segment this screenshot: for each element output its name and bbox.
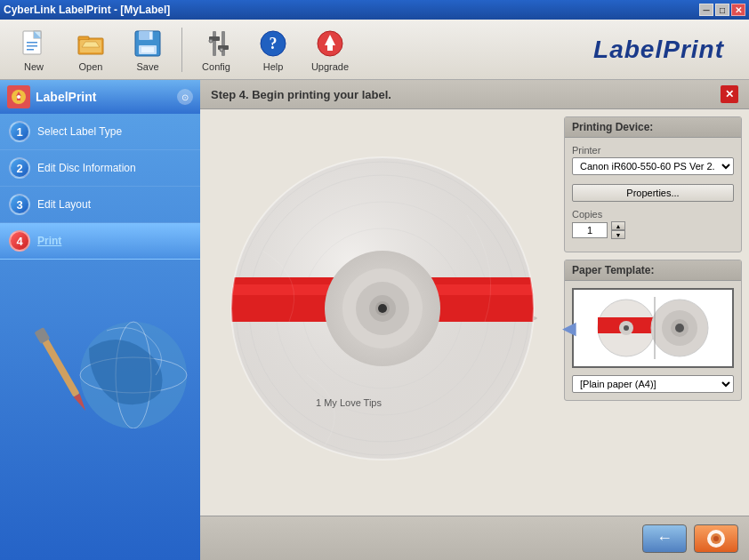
- toolbar-divider-1: [181, 28, 182, 72]
- step1-label: Select Label Type: [37, 125, 122, 138]
- svg-rect-18: [209, 39, 213, 43]
- step-header: Step 4. Begin printing your label. ✕: [200, 80, 749, 109]
- sidebar-item-step3[interactable]: 3 Edit Layout: [0, 187, 200, 223]
- help-label: Help: [263, 61, 284, 72]
- copies-increment[interactable]: ▲: [611, 221, 625, 230]
- template-arrow-icon: ◄: [558, 315, 581, 342]
- step3-circle: 3: [9, 194, 30, 215]
- sidebar-logo-icon: [7, 85, 30, 108]
- content-area: Step 4. Begin printing your label. ✕: [200, 80, 749, 560]
- minimize-button[interactable]: ─: [699, 4, 713, 16]
- disc-preview: 1 My Love Tips: [207, 116, 557, 508]
- printing-device-section: Printing Device: Printer Canon iR600-550…: [564, 116, 742, 252]
- copies-input-row: ▲ ▼: [572, 221, 734, 239]
- step-header-icon: ✕: [721, 85, 738, 103]
- open-button[interactable]: Open: [64, 24, 117, 76]
- svg-point-57: [624, 325, 629, 331]
- open-label: Open: [79, 61, 103, 72]
- sidebar-header-left: LabelPrint: [7, 85, 96, 108]
- title-bar-buttons: ─ □ ✕: [699, 4, 745, 16]
- new-button[interactable]: New: [7, 24, 60, 76]
- disc-svg: 1 My Love Tips: [218, 144, 547, 482]
- upgrade-button[interactable]: Upgrade: [303, 24, 357, 76]
- svg-text:?: ?: [270, 35, 278, 52]
- properties-button[interactable]: Properties...: [572, 184, 734, 202]
- save-icon: [132, 28, 164, 60]
- open-icon: [75, 28, 107, 60]
- step2-label: Edit Disc Information: [37, 162, 136, 174]
- right-panel: Printing Device: Printer Canon iR600-550…: [564, 116, 742, 508]
- upgrade-label: Upgrade: [311, 61, 349, 72]
- step3-label: Edit Layout: [37, 198, 91, 211]
- new-icon: [18, 28, 50, 60]
- copies-decrement[interactable]: ▼: [611, 230, 625, 239]
- help-button[interactable]: ? Help: [246, 24, 300, 76]
- svg-point-65: [713, 536, 719, 541]
- config-button[interactable]: Config: [189, 24, 243, 76]
- svg-rect-15: [221, 31, 225, 56]
- sidebar-item-step2[interactable]: 2 Edit Disc Information: [0, 150, 200, 187]
- svg-rect-5: [27, 49, 34, 51]
- svg-rect-24: [327, 45, 333, 51]
- svg-rect-7: [78, 36, 89, 40]
- svg-point-51: [378, 304, 387, 313]
- sidebar-decoration: [0, 268, 196, 428]
- config-label: Config: [202, 61, 230, 72]
- copies-spinner: ▲ ▼: [611, 221, 625, 239]
- save-button[interactable]: Save: [121, 24, 174, 76]
- sidebar-item-step4[interactable]: 4 Print: [0, 223, 200, 260]
- svg-rect-19: [220, 48, 223, 52]
- svg-rect-13: [141, 47, 154, 52]
- step2-circle: 2: [9, 157, 30, 179]
- printing-device-title: Printing Device:: [565, 117, 741, 138]
- window-title: CyberLink LabelPrint - [MyLabel]: [4, 4, 170, 16]
- config-icon: [200, 28, 232, 60]
- svg-point-61: [675, 324, 684, 332]
- svg-rect-11: [149, 32, 152, 39]
- sidebar-header: LabelPrint ⊙: [0, 80, 200, 114]
- printer-select[interactable]: Canon iR600-550-60 PS Ver 2.0: [572, 157, 734, 175]
- svg-text:1   My Love Tips: 1 My Love Tips: [316, 397, 382, 408]
- maximize-button[interactable]: □: [715, 4, 729, 16]
- sidebar-item-step1[interactable]: 1 Select Label Type: [0, 114, 200, 150]
- svg-point-29: [17, 95, 20, 99]
- close-button[interactable]: ✕: [731, 4, 745, 16]
- bottom-bar: ←: [200, 516, 749, 560]
- step4-circle: 4: [9, 230, 30, 252]
- toolbar: New Open Save: [0, 20, 749, 80]
- svg-rect-4: [27, 45, 37, 47]
- template-select[interactable]: [Plain paper (A4)]: [572, 375, 734, 393]
- sidebar: LabelPrint ⊙ 1 Select Label Type 2 Edit …: [0, 80, 200, 560]
- next-icon: [704, 529, 729, 548]
- svg-rect-14: [213, 31, 216, 56]
- app-title: LabelPrint: [593, 36, 742, 64]
- paper-template-title: Paper Template:: [565, 260, 741, 281]
- copies-input[interactable]: [572, 222, 608, 238]
- new-label: New: [24, 61, 44, 72]
- sidebar-collapse-button[interactable]: ⊙: [177, 89, 193, 105]
- svg-rect-3: [27, 42, 37, 44]
- sidebar-title: LabelPrint: [36, 90, 96, 104]
- save-label: Save: [136, 61, 158, 72]
- next-button[interactable]: [694, 524, 738, 553]
- step4-label: Print: [37, 235, 61, 247]
- help-icon: ?: [257, 28, 289, 60]
- content-body: 1 My Love Tips Printing Device: Printer: [200, 109, 749, 516]
- template-discs-svg: [591, 292, 715, 364]
- printer-label: Printer: [572, 145, 734, 156]
- step-header-title: Step 4. Begin printing your label.: [211, 88, 391, 101]
- printer-row: Printer Canon iR600-550-60 PS Ver 2.0: [572, 145, 734, 175]
- copies-row: Copies ▲ ▼: [572, 209, 734, 239]
- template-select-row: [Plain paper (A4)]: [565, 375, 741, 400]
- prev-arrow-icon: ←: [656, 529, 672, 548]
- prev-button[interactable]: ←: [642, 524, 687, 553]
- title-bar: CyberLink LabelPrint - [MyLabel] ─ □ ✕: [0, 0, 749, 20]
- upgrade-icon: [314, 28, 346, 60]
- step1-circle: 1: [9, 121, 30, 142]
- paper-template-section: Paper Template: ◄: [564, 260, 742, 401]
- template-preview: ◄: [572, 288, 734, 368]
- copies-label: Copies: [572, 209, 734, 220]
- printing-device-body: Printer Canon iR600-550-60 PS Ver 2.0 Pr…: [565, 138, 741, 252]
- main-layout: LabelPrint ⊙ 1 Select Label Type 2 Edit …: [0, 80, 749, 560]
